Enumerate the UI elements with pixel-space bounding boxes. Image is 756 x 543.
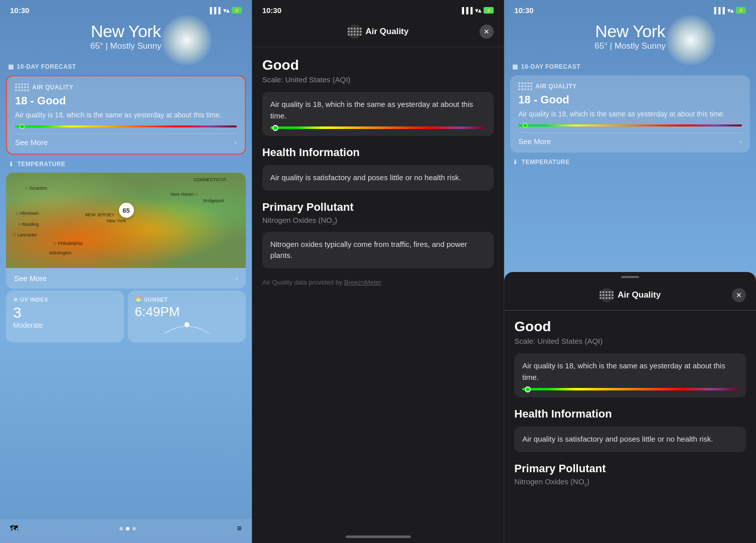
aq-dots-icon-3 xyxy=(518,82,532,90)
wifi-icon-1: ▾▴ xyxy=(223,7,229,14)
city-name-1: New York xyxy=(10,22,242,41)
air-quality-card-3[interactable]: AIR QUALITY 18 - Good Air quality is 18,… xyxy=(510,75,750,153)
overlay-health-title: Health Information xyxy=(514,408,746,421)
overlay-title-icon xyxy=(599,288,614,302)
see-more-label: See More xyxy=(15,138,48,147)
aq-panel-title: Air Quality xyxy=(366,27,409,37)
status-icons-1: ▐▐▐ ▾▴ ⚡ xyxy=(208,7,242,14)
mini-cards-row: ☀ UV INDEX 3 Moderate 🌅 SUNSET 6:49PM xyxy=(6,291,246,342)
overlay-title-text: Air Quality xyxy=(618,290,661,300)
temperature-label-3: 🌡 TEMPERATURE xyxy=(504,155,756,169)
temperature-map-card[interactable]: ○ Scranton CONNECTICUT New Haven ○ Bridg… xyxy=(6,173,246,289)
overlay-scale: Scale: United States (AQI) xyxy=(514,337,746,345)
air-quality-panel: 10:30 ▐▐▐ ▾▴ ⚡ Air Quality ✕ Good Scale:… xyxy=(252,0,505,543)
overlay-pollutant-title: Primary Pollutant xyxy=(514,462,746,475)
aq-title-icon-container xyxy=(348,25,362,39)
map-label-newhaven: New Haven ○ xyxy=(171,192,198,197)
overlay-sheet: Air Quality ✕ Good Scale: United States … xyxy=(504,272,756,543)
uv-label: ☀ UV INDEX xyxy=(13,297,117,303)
status-time-3: 10:30 xyxy=(514,6,533,15)
nyc-temp-badge: 65 xyxy=(119,203,134,218)
map-label-reading: ○ Reading xyxy=(18,222,39,227)
map-label-connecticut: CONNECTICUT xyxy=(194,177,227,182)
see-more-row[interactable]: See More › xyxy=(15,133,237,147)
sunset-arc xyxy=(135,321,239,336)
aqi-indicator-dot xyxy=(20,124,25,129)
overlay-info-text: Air quality is 18, which is the same as … xyxy=(522,360,738,383)
sunset-icon: 🌅 xyxy=(135,297,144,303)
battery-icon-2: ⚡ xyxy=(484,7,494,14)
aqi-bar-3 xyxy=(518,124,742,126)
status-time-1: 10:30 xyxy=(10,6,29,15)
aq-detail-bar xyxy=(270,126,486,129)
aq-label-3: AIR QUALITY xyxy=(518,82,742,93)
map-label-lancaster: ○ Lancaster xyxy=(13,232,37,237)
battery-icon-3: ⚡ xyxy=(736,7,746,14)
pollutant-name: Nitrogen Oxides (NO2) xyxy=(262,216,494,226)
wifi-icon-3: ▾▴ xyxy=(727,7,733,14)
pollutant-info-text: Nitrogen oxides typically come from traf… xyxy=(270,239,486,261)
sheet-handle xyxy=(621,276,639,278)
pollutant-section-title: Primary Pollutant xyxy=(262,201,494,214)
health-info-card: Air quality is satisfactory and poses li… xyxy=(262,165,494,191)
air-quality-card[interactable]: AIR QUALITY 18 - Good Air quality is 18,… xyxy=(6,75,246,155)
map-label-wilmington: Wilmington xyxy=(49,250,72,255)
overlay-aqi-bar xyxy=(522,388,738,390)
aq-detail-dot xyxy=(272,125,278,131)
uv-index-card[interactable]: ☀ UV INDEX 3 Moderate xyxy=(6,291,124,342)
list-nav-icon[interactable]: ≡ xyxy=(237,524,241,533)
close-icon: ✕ xyxy=(484,28,490,36)
forecast-label-3: ▦ 10-DAY FORECAST xyxy=(504,59,756,73)
see-more-3[interactable]: See More › xyxy=(518,132,742,146)
weather-header-3: New York 65° | Mostly Sunny xyxy=(504,17,756,59)
map-label-newjersey: NEW JERSEY xyxy=(85,212,115,217)
map-see-more-label: See More xyxy=(14,274,47,283)
overlay-good-label: Good xyxy=(514,319,746,335)
calendar-icon-3: ▦ xyxy=(512,63,518,70)
page-dot-1 xyxy=(119,527,123,530)
overlay-close-button[interactable]: ✕ xyxy=(732,288,746,302)
map-see-more-row[interactable]: See More › xyxy=(6,268,246,289)
map-label-newyork: New York xyxy=(107,218,126,223)
thermometer-icon-3: 🌡 xyxy=(512,159,519,166)
city-name-3: New York xyxy=(514,22,746,41)
see-more-label-3: See More xyxy=(518,137,551,146)
status-bar-2: 10:30 ▐▐▐ ▾▴ ⚡ xyxy=(252,0,504,17)
overlay-health-text: Air quality is satisfactory and poses li… xyxy=(522,434,738,445)
svg-point-0 xyxy=(184,322,189,327)
status-bar-1: 10:30 ▐▐▐ ▾▴ ⚡ xyxy=(0,0,252,17)
pollutant-info-card: Nitrogen oxides typically come from traf… xyxy=(262,232,494,268)
aq-info-card: Air quality is 18, which is the same as … xyxy=(262,92,494,136)
sunset-value: 6:49PM xyxy=(135,305,239,318)
battery-icon-1: ⚡ xyxy=(232,7,242,14)
close-button[interactable]: ✕ xyxy=(480,25,494,39)
overlay-content: Good Scale: United States (AQI) Air qual… xyxy=(504,311,756,543)
breezometer-link[interactable]: BreezoMeter xyxy=(344,279,381,286)
aq-good-label: Good xyxy=(262,57,494,73)
sunset-label: 🌅 SUNSET xyxy=(135,297,239,303)
status-icons-3: ▐▐▐ ▾▴ ⚡ xyxy=(712,7,746,14)
forecast-section-label: ▦ 10-DAY FORECAST xyxy=(0,59,252,73)
calendar-icon: ▦ xyxy=(8,63,14,70)
aq-info-text: Air quality is 18, which is the same as … xyxy=(270,99,486,121)
sun-icon: ☀ xyxy=(13,297,20,303)
map-label-philadelphia: ○ Philadelphia xyxy=(54,241,83,246)
attribution-text: Air Quality data provided by BreezoMeter xyxy=(262,279,494,286)
map-nav-icon[interactable]: 🗺 xyxy=(10,524,18,533)
chevron-icon-3: › xyxy=(740,138,742,145)
status-time-2: 10:30 xyxy=(262,6,281,15)
air-quality-label: AIR QUALITY xyxy=(15,83,237,94)
bottom-home-indicator xyxy=(346,535,411,538)
weather-panel-1: 10:30 ▐▐▐ ▾▴ ⚡ New York 65° | Mostly Sun… xyxy=(0,0,252,543)
page-dot-3 xyxy=(132,527,136,530)
sunset-card[interactable]: 🌅 SUNSET 6:49PM xyxy=(128,291,246,342)
aqi-dot-3 xyxy=(523,123,528,128)
page-dots xyxy=(119,527,136,530)
weather-header-1: New York 65° | Mostly Sunny xyxy=(0,17,252,59)
map-label-allentown: ○ Allentown xyxy=(16,211,39,216)
aq-value-3: 18 - Good xyxy=(518,93,742,106)
overlay-close-icon: ✕ xyxy=(736,291,742,299)
signal-icon-2: ▐▐▐ xyxy=(460,7,473,14)
temperature-map: ○ Scranton CONNECTICUT New Haven ○ Bridg… xyxy=(6,173,246,268)
aqi-bar xyxy=(15,125,237,127)
